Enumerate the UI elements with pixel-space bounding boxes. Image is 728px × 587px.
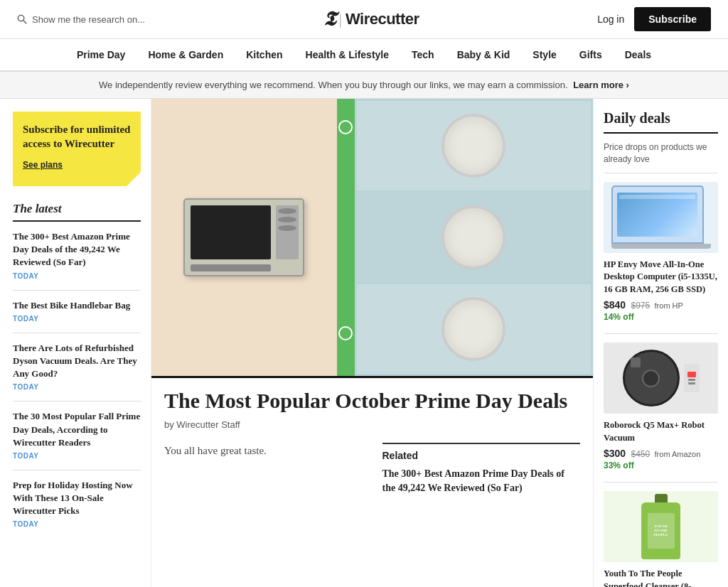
nyt-logo: 𝕿 xyxy=(323,9,336,29)
nav-item-style[interactable]: Style xyxy=(521,39,567,70)
deal-item-cleanser: YOUTHTO THEPEOPLE Youth To The People Su… xyxy=(604,482,718,587)
laptop-icon xyxy=(611,185,711,249)
deal-source-roborock: from Amazon xyxy=(655,450,701,458)
svg-line-1 xyxy=(23,21,26,23)
deal-image-hp xyxy=(604,182,718,253)
list-item: The 30 Most Popular Fall Prime Day Deals… xyxy=(13,401,141,460)
article-excerpt: You all have great taste. xyxy=(164,443,363,495)
subscribe-box: Subscribe for unlimited access to Wirecu… xyxy=(13,112,141,186)
list-item: The Best Bike Handlebar Bag TODAY xyxy=(13,290,141,323)
deal-title-cleanser[interactable]: Youth To The People Superfood Cleanser (… xyxy=(604,568,718,587)
main-nav: Prime Day Home & Garden Kitchen Health &… xyxy=(0,39,728,72)
vacuum-icon xyxy=(623,350,700,406)
related-link[interactable]: The 300+ Best Amazon Prime Day Deals of … xyxy=(382,467,581,495)
cleanser-icon: YOUTHTO THEPEOPLE xyxy=(641,494,680,559)
latest-item-date: TODAY xyxy=(13,315,141,323)
login-button[interactable]: Log in xyxy=(597,14,624,25)
deal-current-price-roborock: $300 xyxy=(604,448,626,459)
hero-cell-2 xyxy=(357,193,591,282)
latest-item-title[interactable]: The 30 Most Popular Fall Prime Day Deals… xyxy=(13,410,141,449)
deal-discount-hp: 14% off xyxy=(604,312,718,322)
article-header: The Most Popular October Prime Day Deals… xyxy=(151,376,593,443)
center-content: The Most Popular October Prime Day Deals… xyxy=(151,99,593,587)
latest-heading: The latest xyxy=(13,202,141,222)
related-label: Related xyxy=(382,450,581,461)
related-section: Related The 300+ Best Amazon Prime Day D… xyxy=(382,443,581,495)
deal-image-cleanser: YOUTHTO THEPEOPLE xyxy=(604,491,718,562)
nav-item-kitchen[interactable]: Kitchen xyxy=(235,39,294,70)
list-item: Prep for Holiday Hosting Now With These … xyxy=(13,470,141,529)
see-plans-link[interactable]: See plans xyxy=(23,160,63,170)
article-body: You all have great taste. Related The 30… xyxy=(151,443,593,509)
list-item: The 300+ Best Amazon Prime Day Deals of … xyxy=(13,230,141,280)
nav-item-tech[interactable]: Tech xyxy=(400,39,446,70)
deal-price-hp: $840 $975 from HP xyxy=(604,299,718,311)
deal-source-hp: from HP xyxy=(655,301,683,310)
deal-discount-roborock: 33% off xyxy=(604,461,718,470)
deal-title-hp[interactable]: HP Envy Move All-In-One Desktop Computer… xyxy=(604,259,718,296)
nav-item-baby-kid[interactable]: Baby & Kid xyxy=(446,39,522,70)
latest-item-date: TODAY xyxy=(13,272,141,280)
right-sidebar: Daily deals Price drops on products we a… xyxy=(593,99,728,587)
subscribe-box-title: Subscribe for unlimited access to Wirecu… xyxy=(23,123,131,151)
deal-title-roborock[interactable]: Roborock Q5 Max+ Robot Vacuum xyxy=(604,419,718,444)
nav-item-deals[interactable]: Deals xyxy=(614,39,663,70)
deal-image-roborock xyxy=(604,343,718,414)
latest-item-title[interactable]: Prep for Holiday Hosting Now With These … xyxy=(13,479,141,518)
search-icon xyxy=(17,14,27,24)
article-byline: by Wirecutter Staff xyxy=(164,419,580,430)
hero-green-divider xyxy=(337,99,355,376)
deal-price-roborock: $300 $450 from Amazon xyxy=(604,448,718,459)
logo-divider: | xyxy=(339,10,342,28)
deal-original-price-roborock: $450 xyxy=(631,449,651,459)
site-header: Show me the research on... 𝕿 | Wirecutte… xyxy=(0,0,728,39)
affiliate-banner: We independently review everything we re… xyxy=(0,72,728,99)
learn-more-link[interactable]: Learn more › xyxy=(573,80,629,90)
hero-left-panel xyxy=(151,99,337,376)
search-bar[interactable]: Show me the research on... xyxy=(17,14,145,25)
latest-item-date: TODAY xyxy=(13,452,141,460)
deal-item-hp: HP Envy Move All-In-One Desktop Computer… xyxy=(604,173,718,323)
latest-item-title[interactable]: The 300+ Best Amazon Prime Day Deals of … xyxy=(13,230,141,269)
latest-section: The latest The 300+ Best Amazon Prime Da… xyxy=(13,202,141,528)
latest-item-title[interactable]: The Best Bike Handlebar Bag xyxy=(13,299,141,312)
logo-wirecutter: Wirecutter xyxy=(346,10,419,28)
daily-deals-title: Daily deals xyxy=(604,110,718,134)
latest-item-date: TODAY xyxy=(13,383,141,391)
article-description: You all have great taste. xyxy=(164,443,363,459)
banner-text: We independently review everything we re… xyxy=(99,80,567,90)
site-logo[interactable]: 𝕿 | Wirecutter xyxy=(323,9,419,29)
hero-right-panel xyxy=(355,99,593,376)
header-actions: Log in Subscribe xyxy=(597,7,711,31)
deal-current-price-hp: $840 xyxy=(604,299,626,311)
deal-original-price-hp: $975 xyxy=(631,301,651,311)
corner-fold xyxy=(127,172,141,186)
hero-cell-1 xyxy=(357,101,591,190)
toaster-oven xyxy=(183,198,304,276)
hero-cell-3 xyxy=(357,284,591,374)
nav-item-health-lifestyle[interactable]: Health & Lifestyle xyxy=(294,39,400,70)
hero-image[interactable] xyxy=(151,99,593,376)
article-title[interactable]: The Most Popular October Prime Day Deals xyxy=(164,388,580,414)
nav-item-home-garden[interactable]: Home & Garden xyxy=(136,39,235,70)
hero-bg xyxy=(151,99,593,376)
daily-deals-desc: Price drops on products we already love xyxy=(604,137,718,166)
svg-point-0 xyxy=(18,15,23,21)
left-sidebar: Subscribe for unlimited access to Wirecu… xyxy=(0,99,151,587)
subscribe-button[interactable]: Subscribe xyxy=(634,7,711,31)
list-item: There Are Lots of Refurbished Dyson Vacu… xyxy=(13,333,141,392)
search-placeholder: Show me the research on... xyxy=(32,14,145,25)
nav-item-prime-day[interactable]: Prime Day xyxy=(65,39,136,70)
main-layout: Subscribe for unlimited access to Wirecu… xyxy=(0,99,728,587)
deal-item-roborock: Roborock Q5 Max+ Robot Vacuum $300 $450 … xyxy=(604,333,718,470)
latest-item-title[interactable]: There Are Lots of Refurbished Dyson Vacu… xyxy=(13,342,141,381)
nav-item-gifts[interactable]: Gifts xyxy=(568,39,614,70)
latest-item-date: TODAY xyxy=(13,520,141,528)
